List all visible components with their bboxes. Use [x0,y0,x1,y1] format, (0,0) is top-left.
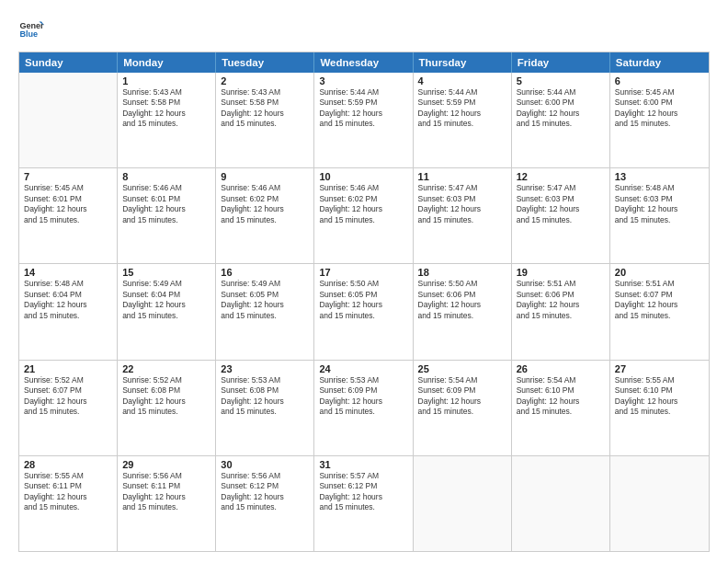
cell-info: Sunrise: 5:52 AMSunset: 6:07 PMDaylight:… [24,375,112,418]
cell-info: Sunrise: 5:44 AMSunset: 5:59 PMDaylight:… [319,87,407,130]
calendar-header-cell: Saturday [610,52,709,73]
cell-info: Sunrise: 5:47 AMSunset: 6:03 PMDaylight:… [418,183,506,225]
calendar-cell: 24Sunrise: 5:53 AMSunset: 6:09 PMDayligh… [314,361,413,455]
day-number: 30 [221,459,309,470]
day-number: 6 [615,75,704,86]
cell-info: Sunrise: 5:44 AMSunset: 5:59 PMDaylight:… [418,87,506,130]
calendar-cell: 11Sunrise: 5:47 AMSunset: 6:03 PMDayligh… [414,168,512,263]
calendar-cell: 25Sunrise: 5:54 AMSunset: 6:09 PMDayligh… [414,361,512,455]
cell-info: Sunrise: 5:46 AMSunset: 6:02 PMDaylight:… [319,183,407,225]
cell-info: Sunrise: 5:54 AMSunset: 6:10 PMDaylight:… [517,375,605,418]
cell-info: Sunrise: 5:54 AMSunset: 6:09 PMDaylight:… [418,375,506,418]
cell-info: Sunrise: 5:43 AMSunset: 5:58 PMDaylight:… [221,87,309,130]
calendar-cell: 9Sunrise: 5:46 AMSunset: 6:02 PMDaylight… [216,168,314,263]
calendar-cell: 26Sunrise: 5:54 AMSunset: 6:10 PMDayligh… [512,361,610,455]
calendar-cell: 13Sunrise: 5:48 AMSunset: 6:03 PMDayligh… [610,168,709,263]
cell-info: Sunrise: 5:43 AMSunset: 5:58 PMDaylight:… [122,87,210,130]
cell-info: Sunrise: 5:46 AMSunset: 6:02 PMDaylight:… [221,183,309,225]
calendar-cell: 10Sunrise: 5:46 AMSunset: 6:02 PMDayligh… [314,168,413,263]
calendar-header-cell: Tuesday [216,52,314,73]
calendar-cell: 30Sunrise: 5:56 AMSunset: 6:12 PMDayligh… [216,456,314,551]
day-number: 20 [615,267,704,278]
cell-info: Sunrise: 5:52 AMSunset: 6:08 PMDaylight:… [122,375,210,418]
cell-info: Sunrise: 5:45 AMSunset: 6:01 PMDaylight:… [24,183,112,225]
day-number: 25 [418,363,506,374]
day-number: 13 [615,171,704,182]
calendar-cell: 23Sunrise: 5:53 AMSunset: 6:08 PMDayligh… [216,361,314,455]
day-number: 18 [418,267,506,278]
calendar-cell: 15Sunrise: 5:49 AMSunset: 6:04 PMDayligh… [118,264,216,359]
calendar-cell: 29Sunrise: 5:56 AMSunset: 6:11 PMDayligh… [118,456,216,551]
cell-info: Sunrise: 5:56 AMSunset: 6:12 PMDaylight:… [221,471,309,513]
calendar-cell: 4Sunrise: 5:44 AMSunset: 5:59 PMDaylight… [414,73,512,167]
calendar-cell: 5Sunrise: 5:44 AMSunset: 6:00 PMDaylight… [512,73,610,167]
calendar-cell: 3Sunrise: 5:44 AMSunset: 5:59 PMDaylight… [314,73,413,167]
day-number: 12 [517,171,605,182]
cell-info: Sunrise: 5:55 AMSunset: 6:10 PMDaylight:… [615,375,704,418]
day-number: 1 [122,75,210,86]
calendar-header-cell: Monday [118,52,216,73]
cell-info: Sunrise: 5:50 AMSunset: 6:06 PMDaylight:… [418,279,506,321]
calendar-cell: 7Sunrise: 5:45 AMSunset: 6:01 PMDaylight… [19,168,118,263]
calendar-cell: 1Sunrise: 5:43 AMSunset: 5:58 PMDaylight… [118,73,216,167]
day-number: 5 [517,75,605,86]
calendar-cell: 17Sunrise: 5:50 AMSunset: 6:05 PMDayligh… [314,264,413,359]
calendar-cell: 20Sunrise: 5:51 AMSunset: 6:07 PMDayligh… [610,264,709,359]
logo: General Blue [18,17,48,42]
day-number: 26 [517,363,605,374]
day-number: 2 [221,75,309,86]
calendar-cell: 31Sunrise: 5:57 AMSunset: 6:12 PMDayligh… [314,456,413,551]
cell-info: Sunrise: 5:45 AMSunset: 6:00 PMDaylight:… [615,87,704,130]
logo-icon: General Blue [18,17,44,42]
day-number: 31 [319,459,407,470]
day-number: 9 [221,171,309,182]
calendar-cell: 19Sunrise: 5:51 AMSunset: 6:06 PMDayligh… [512,264,610,359]
cell-info: Sunrise: 5:44 AMSunset: 6:00 PMDaylight:… [517,87,605,130]
header: General Blue [18,17,710,42]
cell-info: Sunrise: 5:48 AMSunset: 6:03 PMDaylight:… [615,183,704,225]
page: General Blue SundayMondayTuesdayWednesda… [0,0,728,563]
calendar-cell [512,456,610,551]
calendar-cell: 14Sunrise: 5:48 AMSunset: 6:04 PMDayligh… [19,264,118,359]
day-number: 10 [319,171,407,182]
calendar-cell [610,456,709,551]
calendar-row: 7Sunrise: 5:45 AMSunset: 6:01 PMDaylight… [19,167,709,263]
calendar-header-cell: Wednesday [314,52,413,73]
day-number: 27 [615,363,704,374]
cell-info: Sunrise: 5:55 AMSunset: 6:11 PMDaylight:… [24,471,112,513]
cell-info: Sunrise: 5:48 AMSunset: 6:04 PMDaylight:… [24,279,112,321]
day-number: 17 [319,267,407,278]
day-number: 3 [319,75,407,86]
calendar-row: 14Sunrise: 5:48 AMSunset: 6:04 PMDayligh… [19,263,709,359]
calendar-cell: 6Sunrise: 5:45 AMSunset: 6:00 PMDaylight… [610,73,709,167]
calendar-header-cell: Sunday [19,52,118,73]
day-number: 14 [24,267,112,278]
calendar-row: 1Sunrise: 5:43 AMSunset: 5:58 PMDaylight… [19,73,709,167]
calendar-row: 28Sunrise: 5:55 AMSunset: 6:11 PMDayligh… [19,455,709,551]
day-number: 28 [24,459,112,470]
cell-info: Sunrise: 5:49 AMSunset: 6:04 PMDaylight:… [122,279,210,321]
calendar-cell: 18Sunrise: 5:50 AMSunset: 6:06 PMDayligh… [414,264,512,359]
calendar-cell [414,456,512,551]
day-number: 7 [24,171,112,182]
calendar-cell: 27Sunrise: 5:55 AMSunset: 6:10 PMDayligh… [610,361,709,455]
day-number: 22 [122,363,210,374]
calendar: SundayMondayTuesdayWednesdayThursdayFrid… [18,52,710,552]
cell-info: Sunrise: 5:53 AMSunset: 6:09 PMDaylight:… [319,375,407,418]
calendar-cell: 12Sunrise: 5:47 AMSunset: 6:03 PMDayligh… [512,168,610,263]
day-number: 24 [319,363,407,374]
cell-info: Sunrise: 5:49 AMSunset: 6:05 PMDaylight:… [221,279,309,321]
day-number: 15 [122,267,210,278]
cell-info: Sunrise: 5:57 AMSunset: 6:12 PMDaylight:… [319,471,407,513]
calendar-header-cell: Thursday [414,52,512,73]
calendar-cell: 21Sunrise: 5:52 AMSunset: 6:07 PMDayligh… [19,361,118,455]
day-number: 21 [24,363,112,374]
cell-info: Sunrise: 5:46 AMSunset: 6:01 PMDaylight:… [122,183,210,225]
calendar-cell: 2Sunrise: 5:43 AMSunset: 5:58 PMDaylight… [216,73,314,167]
cell-info: Sunrise: 5:47 AMSunset: 6:03 PMDaylight:… [517,183,605,225]
cell-info: Sunrise: 5:51 AMSunset: 6:06 PMDaylight:… [517,279,605,321]
calendar-cell [19,73,118,167]
day-number: 29 [122,459,210,470]
day-number: 19 [517,267,605,278]
calendar-body: 1Sunrise: 5:43 AMSunset: 5:58 PMDaylight… [19,73,709,551]
